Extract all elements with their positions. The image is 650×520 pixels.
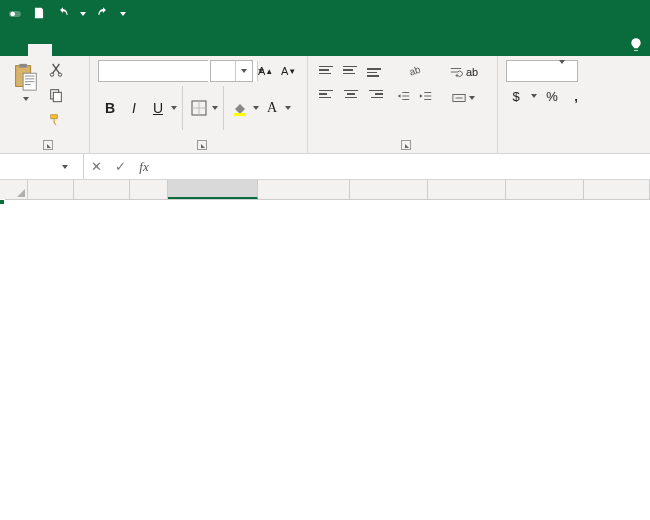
font-size-dropdown-icon[interactable] xyxy=(235,61,251,81)
paste-button[interactable] xyxy=(21,97,29,101)
borders-button[interactable] xyxy=(187,97,211,119)
font-color-more-icon[interactable] xyxy=(284,98,292,118)
insert-function-icon[interactable]: fx xyxy=(132,159,156,175)
name-box-dropdown-icon[interactable] xyxy=(62,165,68,169)
borders-more-icon[interactable] xyxy=(211,98,219,118)
number-format-input[interactable] xyxy=(507,64,559,78)
align-center-icon[interactable] xyxy=(340,84,362,104)
col-header-H[interactable] xyxy=(506,180,584,199)
ribbon-tabs xyxy=(0,28,650,56)
col-header-A[interactable] xyxy=(28,180,74,199)
svg-rect-10 xyxy=(234,113,246,116)
svg-point-6 xyxy=(58,73,61,76)
ribbon: A▲ A▼ B I U A xyxy=(0,56,650,154)
percent-format-icon[interactable]: % xyxy=(542,86,562,106)
font-dialog-launcher[interactable] xyxy=(197,140,207,150)
alignment-dialog-launcher[interactable] xyxy=(401,140,411,150)
autosave-toggle[interactable] xyxy=(8,7,22,21)
col-header-B[interactable] xyxy=(74,180,130,199)
increase-indent-icon[interactable] xyxy=(416,86,436,106)
col-header-G[interactable] xyxy=(428,180,506,199)
accounting-more-icon[interactable] xyxy=(530,86,538,106)
worksheet[interactable] xyxy=(0,180,650,200)
formula-bar: ✕ ✓ fx xyxy=(0,154,650,180)
column-headers xyxy=(0,180,650,200)
svg-text:ab: ab xyxy=(408,63,423,77)
name-box[interactable] xyxy=(0,154,84,179)
italic-button[interactable]: I xyxy=(122,97,146,119)
svg-rect-8 xyxy=(53,92,61,101)
orientation-icon[interactable]: ab xyxy=(394,60,436,80)
undo-icon[interactable] xyxy=(56,6,70,23)
increase-font-icon[interactable]: A▲ xyxy=(255,61,276,81)
font-size-input[interactable] xyxy=(211,61,235,81)
align-right-icon[interactable] xyxy=(364,84,386,104)
font-name-combo[interactable] xyxy=(98,60,208,82)
qat-customize-icon[interactable] xyxy=(120,12,126,16)
save-icon[interactable] xyxy=(32,6,46,23)
tab-page-layout[interactable] xyxy=(76,44,100,56)
group-clipboard xyxy=(0,56,90,153)
tab-file[interactable] xyxy=(4,44,28,56)
enter-formula-icon[interactable]: ✓ xyxy=(108,159,132,174)
col-header-C[interactable] xyxy=(130,180,168,199)
cancel-formula-icon[interactable]: ✕ xyxy=(84,159,108,174)
underline-button[interactable]: U xyxy=(146,97,170,119)
align-middle-icon[interactable] xyxy=(340,60,362,80)
comma-format-icon[interactable]: , xyxy=(566,86,586,106)
font-size-combo[interactable] xyxy=(210,60,253,82)
svg-point-5 xyxy=(50,73,53,76)
group-number: $ % , xyxy=(498,56,650,153)
group-alignment: ab ab xyxy=(308,56,498,153)
col-header-F[interactable] xyxy=(350,180,428,199)
undo-more-icon[interactable] xyxy=(80,12,86,16)
bold-button[interactable]: B xyxy=(98,97,122,119)
tab-formulas[interactable] xyxy=(100,44,124,56)
formula-input[interactable] xyxy=(156,159,650,174)
number-format-combo[interactable] xyxy=(506,60,578,82)
format-painter-icon[interactable] xyxy=(48,112,64,131)
name-box-input[interactable] xyxy=(0,160,62,174)
quick-access-toolbar xyxy=(0,6,134,23)
select-all-button[interactable] xyxy=(0,180,28,199)
font-color-button[interactable]: A xyxy=(260,97,284,119)
copy-icon[interactable] xyxy=(48,87,64,106)
align-left-icon[interactable] xyxy=(316,84,338,104)
fill-color-more-icon[interactable] xyxy=(252,98,260,118)
tell-me-icon[interactable] xyxy=(628,37,644,56)
col-header-D[interactable] xyxy=(168,180,258,199)
tab-review[interactable] xyxy=(148,44,172,56)
svg-point-1 xyxy=(10,12,15,17)
wrap-text-button[interactable]: ab xyxy=(444,62,483,82)
underline-more-icon[interactable] xyxy=(170,98,178,118)
cut-icon[interactable] xyxy=(48,62,64,81)
tab-insert[interactable] xyxy=(52,44,76,56)
clipboard-dialog-launcher[interactable] xyxy=(43,140,53,150)
decrease-indent-icon[interactable] xyxy=(394,86,414,106)
align-top-icon[interactable] xyxy=(316,60,338,80)
number-format-dropdown-icon[interactable] xyxy=(559,64,565,79)
group-font: A▲ A▼ B I U A xyxy=(90,56,308,153)
fill-color-button[interactable] xyxy=(228,97,252,119)
tab-view[interactable] xyxy=(172,44,196,56)
svg-rect-3 xyxy=(19,64,27,68)
tab-home[interactable] xyxy=(28,44,52,56)
title-bar xyxy=(0,0,650,28)
redo-icon[interactable] xyxy=(96,6,110,23)
decrease-font-icon[interactable]: A▼ xyxy=(278,61,299,81)
align-bottom-icon[interactable] xyxy=(364,60,386,80)
col-header-extra[interactable] xyxy=(584,180,650,199)
tab-data[interactable] xyxy=(124,44,148,56)
active-cell-outline xyxy=(0,200,4,204)
merge-center-button[interactable] xyxy=(444,88,483,108)
col-header-E[interactable] xyxy=(258,180,350,199)
accounting-format-icon[interactable]: $ xyxy=(506,86,526,106)
paste-icon[interactable] xyxy=(10,62,40,95)
